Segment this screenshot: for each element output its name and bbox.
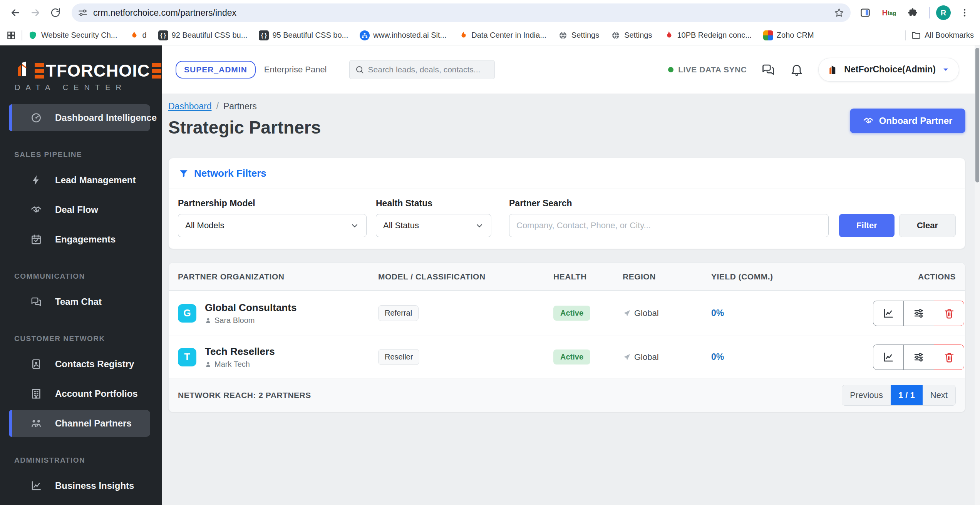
health-status-select[interactable]: All Status (376, 214, 491, 237)
table-footer: NETWORK REACH: 2 PARTNERS Previous 1 / 1… (169, 378, 965, 412)
col-health: HEALTH (553, 272, 623, 281)
screen: crm.netforchoice.com/partners/index Htag… (0, 0, 980, 505)
filters-title: Network Filters (194, 167, 266, 179)
analytics-button[interactable] (873, 344, 903, 370)
region-value: Global (634, 308, 659, 318)
address-bar[interactable]: crm.netforchoice.com/partners/index (72, 3, 851, 22)
flame-favicon (129, 30, 139, 40)
section-label-customer-network: CUSTOMER NETWORK (0, 334, 162, 343)
partnership-model-label: Partnership Model (178, 198, 376, 209)
account-menu[interactable]: NetForChoice(Admin) (818, 58, 959, 82)
forward-icon[interactable] (25, 3, 45, 23)
bookmark-star-icon[interactable] (834, 7, 844, 18)
breadcrumb-dashboard-link[interactable]: Dashboard (168, 101, 212, 112)
partners-icon (30, 418, 42, 429)
back-icon[interactable] (5, 3, 25, 23)
health-status-value: All Status (383, 221, 419, 231)
yield-value: 0% (711, 352, 724, 362)
filter-button[interactable]: Filter (839, 214, 895, 237)
sidebar-item-engagements[interactable]: Engagements (9, 226, 150, 253)
filters-card: Network Filters Partnership Model All Mo… (168, 158, 965, 249)
handshake-icon (30, 204, 42, 216)
partnership-model-value: All Models (185, 221, 224, 231)
bookmark-item[interactable]: { } 92 Beautiful CSS bu... (158, 30, 248, 40)
configure-button[interactable] (903, 301, 934, 326)
all-bookmarks-button[interactable]: All Bookmarks (911, 30, 974, 40)
delete-button[interactable] (934, 344, 964, 370)
sidebar-item-contacts-registry[interactable]: Contacts Registry (9, 351, 150, 378)
chart-line-icon (883, 308, 894, 319)
model-badge: Reseller (378, 349, 419, 365)
code-favicon: { } (259, 30, 269, 40)
clear-button[interactable]: Clear (899, 214, 956, 237)
zoho-favicon (763, 30, 773, 40)
bookmarks-right: All Bookmarks (900, 30, 974, 40)
notifications-bell-icon[interactable] (790, 63, 804, 77)
bookmark-item[interactable]: { } 95 Beautiful CSS bo... (259, 30, 348, 40)
partnership-model-select[interactable]: All Models (178, 214, 367, 237)
sidebar-item-channel-partners[interactable]: Channel Partners (9, 410, 150, 437)
globe-favicon (558, 30, 568, 40)
apps-grid-icon[interactable] (6, 30, 16, 40)
scrollbar-track[interactable] (975, 45, 980, 505)
main-area: SUPER_ADMIN Enterprise Panel LIVE DATA S… (162, 45, 975, 505)
panel-label: Enterprise Panel (264, 65, 327, 75)
configure-button[interactable] (903, 344, 934, 370)
handshake-icon (863, 115, 874, 126)
sidebar-item-business-insights[interactable]: Business Insights (9, 472, 150, 499)
flame-favicon (458, 30, 468, 40)
col-yield: YIELD (COMM.) (711, 272, 873, 281)
table-row: T Tech Resellers Mark Tech Reseller Acti… (169, 336, 965, 378)
browser-profile-avatar[interactable]: R (936, 5, 951, 20)
next-page-button[interactable]: Next (923, 385, 955, 405)
global-search[interactable] (349, 60, 495, 79)
analytics-button[interactable] (873, 301, 903, 326)
all-bookmarks-label: All Bookmarks (925, 31, 974, 40)
breadcrumb: Dashboard / Partners (168, 101, 965, 112)
sidebar-item-team-chat[interactable]: Team Chat (9, 288, 150, 315)
shield-favicon (28, 30, 38, 40)
partner-search-input[interactable] (509, 214, 829, 237)
bookmark-item[interactable]: d (129, 30, 146, 40)
bookmark-label: Zoho CRM (777, 31, 814, 40)
bookmark-item[interactable]: www.inhosted.ai Sit... (360, 30, 446, 40)
extensions-puzzle-icon[interactable] (903, 3, 923, 23)
sidebar-item-deal-flow[interactable]: Deal Flow (9, 196, 150, 223)
health-status-label: Health Status (376, 198, 509, 209)
logo-e-bars (35, 63, 44, 79)
sidebar-item-dashboard-intelligence[interactable]: Dashboard Intelligence (9, 104, 150, 131)
reload-icon[interactable] (45, 3, 65, 23)
bookmark-item[interactable]: Zoho CRM (763, 30, 814, 40)
onboard-partner-button[interactable]: Onboard Partner (850, 109, 965, 133)
sidebar-item-lead-management[interactable]: Lead Management (9, 167, 150, 194)
bookmark-item[interactable]: Data Center in India... (458, 30, 546, 40)
gauge-icon (30, 112, 42, 124)
bookmark-item[interactable]: 10PB Redeign conc... (663, 30, 751, 40)
messages-icon[interactable] (761, 63, 775, 77)
browser-toolbar: crm.netforchoice.com/partners/index Htag… (0, 0, 980, 25)
bookmark-item[interactable]: Website Security Ch... (28, 30, 117, 40)
side-panel-icon[interactable] (855, 3, 875, 23)
url-text[interactable]: crm.netforchoice.com/partners/index (93, 8, 834, 18)
col-partner-organization: PARTNER ORGANIZATION (178, 272, 378, 281)
delete-button[interactable] (934, 301, 964, 326)
sidebar-item-account-portfolios[interactable]: Account Portfolios (9, 380, 150, 407)
bookmark-item[interactable]: Settings (611, 30, 652, 40)
breadcrumb-current: Partners (223, 101, 257, 112)
onboard-partner-label: Onboard Partner (879, 115, 953, 126)
bookmark-item[interactable]: Settings (558, 30, 599, 40)
trash-icon (943, 308, 955, 319)
section-label-communication: COMMUNICATION (0, 272, 162, 281)
browser-menu-icon[interactable] (955, 3, 975, 23)
site-info-icon[interactable] (78, 8, 88, 18)
brand-logo: TFORCHOIC DATA CENTER (0, 45, 162, 92)
netforchoice-mark-icon (827, 64, 839, 75)
col-model-classification: MODEL / CLASSIFICATION (378, 272, 553, 281)
global-search-input[interactable] (368, 65, 489, 74)
search-icon (355, 65, 364, 74)
folder-icon (911, 30, 921, 40)
sidebar-item-label: Engagements (55, 234, 116, 245)
previous-page-button[interactable]: Previous (842, 385, 891, 405)
scrollbar-thumb[interactable] (975, 48, 979, 182)
htag-extension-icon[interactable]: Htag (879, 3, 899, 23)
